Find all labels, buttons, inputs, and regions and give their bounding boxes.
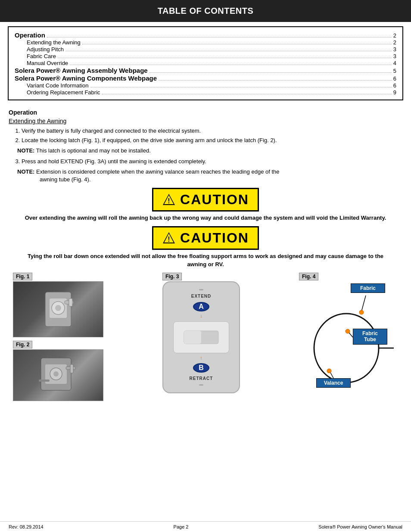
note-2-text: Extension is considered complete when th… xyxy=(36,168,279,175)
toc-row-assembly: Solera Power® Awning Assembly Webpage 5 xyxy=(15,67,396,74)
toc-dots xyxy=(159,80,392,81)
toc-label: Fabric Care xyxy=(27,53,56,59)
caution-2-description: Tying the roll bar down once extended wi… xyxy=(22,252,389,268)
step-1: Verify the battery is fully charged and … xyxy=(22,127,402,135)
toc-row-extending: Extending the Awning 2 xyxy=(15,39,396,46)
fig2-photo xyxy=(13,349,103,401)
fig1-inner xyxy=(13,282,103,337)
toc-label: Extending the Awning xyxy=(27,39,81,46)
toc-page: 6 xyxy=(393,82,396,89)
steps-list: Verify the battery is fully charged and … xyxy=(22,127,402,144)
fig4-diagram: Fabric FabricTube xyxy=(299,281,398,402)
toc-page: 9 xyxy=(393,89,396,96)
note-1-text: This latch is optional and may not be in… xyxy=(36,147,151,154)
fig1-label: Fig. 1 xyxy=(13,273,32,280)
fig3-top-dot xyxy=(199,289,203,290)
svg-point-27 xyxy=(314,314,379,383)
svg-point-9 xyxy=(55,305,61,311)
toc-page: 2 xyxy=(393,39,396,46)
fig4-wrapper: Fig. 4 Fabric xyxy=(299,273,398,402)
fig3-inner-box xyxy=(173,321,229,353)
toc-dots xyxy=(90,87,392,87)
fig2-inner xyxy=(13,350,103,401)
toc-page: 5 xyxy=(393,68,396,74)
toc-row-components: Solera Power® Awning Components Webpage … xyxy=(15,75,396,82)
fig1-wrapper: Fig. 1 xyxy=(13,273,103,337)
fig3-panel: EXTEND A xyxy=(162,281,240,393)
toc-row-variant: Variant Code Information 6 xyxy=(15,82,396,89)
fig3-inner-svg xyxy=(180,324,223,350)
subsection-title: Extending the Awning xyxy=(9,118,402,124)
svg-rect-18 xyxy=(39,380,50,382)
fig2-label: Fig. 2 xyxy=(13,341,32,348)
svg-point-15 xyxy=(53,371,59,376)
toc-page: 3 xyxy=(393,46,396,53)
toc-dots xyxy=(47,37,392,37)
note-2-continued: awning tube (Fig. 4). xyxy=(40,176,402,184)
caution-triangle-icon-2: ! xyxy=(162,231,176,245)
fig3-connector-b-svg xyxy=(193,357,210,360)
svg-point-26 xyxy=(359,310,364,314)
footer-rev: Rev: 08.29.2014 xyxy=(9,524,44,529)
toc-label: Solera Power® Awning Assembly Webpage xyxy=(15,67,148,74)
caution-2-container: ! CAUTION xyxy=(9,226,402,250)
fig3-label: Fig. 3 xyxy=(162,273,182,280)
operation-title: Operation xyxy=(9,109,402,116)
toc-row-fabric: Fabric Care 3 xyxy=(15,53,396,59)
fig3-btn-b: B xyxy=(193,363,209,373)
fig-col-1-2: Fig. 1 xyxy=(13,273,103,401)
steps-list-2: Press and hold EXTEND (Fig. 3A) until th… xyxy=(22,158,402,165)
svg-point-23 xyxy=(201,357,202,358)
toc-dots xyxy=(82,44,392,44)
toc-dots xyxy=(70,65,392,65)
page-footer: Rev: 08.29.2014 Page 2 Solera® Power Awn… xyxy=(0,521,411,532)
caution-triangle-icon: ! xyxy=(162,193,176,207)
footer-brand: Solera® Power Awning Owner's Manual xyxy=(318,524,402,529)
fig3-extend-label: EXTEND xyxy=(191,294,212,299)
toc-page: 4 xyxy=(393,60,396,66)
svg-point-29 xyxy=(346,329,350,333)
note-1-label: NOTE: xyxy=(17,147,34,154)
toc-dots xyxy=(58,58,392,58)
caution-1-box: ! CAUTION xyxy=(152,188,259,212)
toc-label: Variant Code Information xyxy=(27,82,89,89)
caution-2-label: CAUTION xyxy=(180,230,249,246)
figures-row: Fig. 1 xyxy=(13,273,398,402)
note-1: NOTE: This latch is optional and may not… xyxy=(17,147,402,155)
table-of-contents: Operation 2 Extending the Awning 2 Adjus… xyxy=(8,26,403,100)
fig3-btn-a: A xyxy=(193,302,209,311)
note-2-label: NOTE: xyxy=(17,168,34,175)
toc-row-pitch: Adjusting Pitch 3 xyxy=(15,46,396,53)
toc-row-ordering: Ordering Replacement Fabric 9 xyxy=(15,89,396,96)
fig4-svg: Fabric FabricTube xyxy=(299,281,398,402)
fig4-label: Fig. 4 xyxy=(299,273,318,280)
toc-row-manual: Manual Override 4 xyxy=(15,60,396,66)
toc-page: 2 xyxy=(393,32,396,39)
step-3: Press and hold EXTEND (Fig. 3A) until th… xyxy=(22,158,402,165)
fig2-wrapper: Fig. 2 xyxy=(13,341,103,401)
step-2: Locate the locking latch (Fig. 1), if eq… xyxy=(22,137,402,144)
page-title: TABLE OF CONTENTS xyxy=(0,0,411,22)
caution-1-label: CAUTION xyxy=(180,192,249,208)
title-text: TABLE OF CONTENTS xyxy=(158,6,254,16)
fig3-bottom-dot xyxy=(199,384,203,386)
svg-rect-22 xyxy=(184,331,201,344)
svg-text:!: ! xyxy=(168,197,170,205)
svg-rect-11 xyxy=(69,299,72,306)
toc-page: 6 xyxy=(393,75,396,82)
toc-page: 3 xyxy=(393,53,396,59)
toc-dots xyxy=(102,94,392,94)
toc-label: Operation xyxy=(15,31,45,39)
svg-point-31 xyxy=(327,369,331,373)
toc-label: Adjusting Pitch xyxy=(27,46,64,53)
toc-label: Ordering Replacement Fabric xyxy=(27,89,100,96)
svg-point-20 xyxy=(201,317,202,317)
fig3-wrapper: Fig. 3 EXTEND A xyxy=(162,273,240,393)
toc-row-operation: Operation 2 xyxy=(15,31,396,39)
caution-1-container: ! CAUTION xyxy=(9,188,402,212)
note-2: NOTE: Extension is considered complete w… xyxy=(17,168,402,184)
caution-1-description: Over extending the awning will roll the … xyxy=(22,214,389,222)
footer-page: Page 2 xyxy=(174,524,189,529)
svg-rect-17 xyxy=(70,364,73,373)
operation-section: Operation Extending the Awning Verify th… xyxy=(0,105,411,404)
